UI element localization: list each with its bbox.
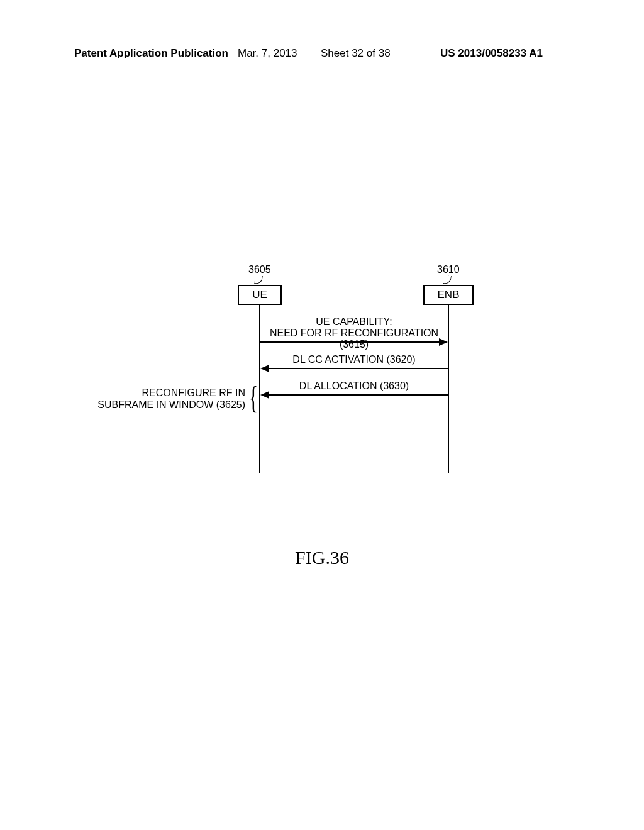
enb-lifeline bbox=[448, 304, 449, 473]
enb-ref-tick bbox=[443, 275, 452, 285]
enb-box: ENB bbox=[423, 285, 474, 305]
enb-ref-number: 3610 bbox=[437, 264, 460, 275]
msg3-arrow-head bbox=[260, 391, 269, 399]
header-docnum: US 2013/0058233 A1 bbox=[440, 47, 543, 60]
msg3-label: DL ALLOCATION (3630) bbox=[260, 380, 448, 392]
msg2-arrow-line bbox=[268, 368, 448, 369]
header-date: Mar. 7, 2013 bbox=[238, 47, 297, 60]
msg3-arrow-line bbox=[268, 394, 448, 396]
msg1-arrow-head bbox=[439, 338, 448, 346]
msg1-label: UE CAPABILITY: NEED FOR RF RECONFIGURATI… bbox=[260, 316, 448, 350]
ue-ref-number: 3605 bbox=[248, 264, 271, 275]
figure-caption: FIG.36 bbox=[0, 547, 644, 568]
header-publication: Patent Application Publication bbox=[74, 47, 228, 60]
side-line2: SUBFRAME IN WINDOW (3625) bbox=[91, 399, 245, 411]
msg1-arrow-line bbox=[260, 341, 440, 343]
side-annotation: RECONFIGURE RF IN SUBFRAME IN WINDOW (36… bbox=[91, 387, 245, 411]
header-sheet: Sheet 32 of 38 bbox=[321, 47, 391, 60]
brace-icon: { bbox=[249, 382, 258, 413]
ue-box: UE bbox=[238, 285, 282, 305]
msg2-arrow-head bbox=[260, 365, 269, 372]
msg1-line1: UE CAPABILITY: bbox=[260, 316, 448, 328]
ue-ref-tick bbox=[254, 275, 263, 285]
msg1-line2: NEED FOR RF RECONFIGURATION (3615) bbox=[260, 328, 448, 350]
side-line1: RECONFIGURE RF IN bbox=[91, 387, 245, 399]
sequence-diagram: 3605 UE 3610 ENB UE CAPABILITY: NEED FOR… bbox=[0, 264, 644, 484]
msg2-label: DL CC ACTIVATION (3620) bbox=[260, 354, 448, 365]
